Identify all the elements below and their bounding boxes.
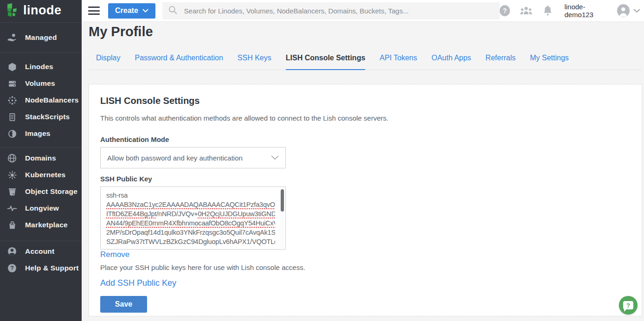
- chevron-down-icon: [142, 9, 148, 13]
- lish-settings-panel: LISH Console Settings This controls what…: [89, 84, 642, 316]
- tab-api-tokens[interactable]: API Tokens: [380, 51, 417, 70]
- longview-icon: [7, 203, 17, 213]
- sidebar-item-marketplace[interactable]: Marketplace: [0, 217, 82, 233]
- ssh-key-line: AAAAB3NzaC1yc2EAAAADAQABAAACAQCit1Pzfa3q…: [106, 200, 275, 209]
- ssh-key-line: SZJRaPw37tTWVLzBZkGzC94DgluopLv6hAPX1/VQ…: [106, 237, 275, 246]
- sidebar-item-label: Linodes: [25, 63, 53, 71]
- help-icon: ?: [7, 263, 17, 273]
- tab-lish-console-settings[interactable]: LISH Console Settings: [286, 51, 366, 70]
- search-bar: [162, 2, 500, 19]
- textarea-scrollbar[interactable]: [280, 188, 284, 248]
- menu-icon[interactable]: [88, 6, 100, 15]
- object-storage-icon: [7, 186, 17, 197]
- sidebar-item-label: Help & Support: [25, 264, 79, 272]
- sidebar-item-account[interactable]: Account: [0, 243, 82, 260]
- sidebar: linode Managed Linodes Volumes Node: [0, 0, 82, 321]
- help-topbar-icon[interactable]: ?: [500, 5, 510, 16]
- tab-ssh-keys[interactable]: SSH Keys: [238, 51, 271, 70]
- select-chevron-icon: [271, 155, 279, 160]
- authentication-mode-label: Authentication Mode: [100, 135, 631, 143]
- images-icon: [7, 128, 17, 139]
- sidebar-item-label: Volumes: [25, 79, 55, 88]
- tab-my-settings[interactable]: My Settings: [530, 51, 569, 70]
- managed-icon: [7, 32, 17, 43]
- topbar-right: ? linode-demo123: [500, 3, 640, 19]
- ssh-key-line: AN44/9pEhEE0rnmR4XfbhnmocaafObO8cOgqY54H…: [106, 218, 275, 228]
- sidebar-item-label: Images: [25, 129, 51, 138]
- domains-icon: [7, 153, 17, 163]
- page-title: My Profile: [89, 24, 153, 39]
- ssh-key-line: ssh-rsa: [106, 191, 275, 200]
- user-menu-chevron-icon[interactable]: [633, 9, 640, 13]
- sidebar-item-kubernetes[interactable]: Kubernetes: [0, 167, 82, 183]
- sidebar-item-label: Managed: [25, 33, 57, 42]
- sidebar-item-label: Kubernetes: [25, 171, 65, 179]
- search-input[interactable]: [184, 7, 494, 15]
- linode-logo[interactable]: linode: [0, 0, 82, 22]
- community-icon[interactable]: [519, 5, 533, 16]
- sidebar-item-object-storage[interactable]: Object Storage: [0, 183, 82, 200]
- svg-text:?: ?: [10, 265, 13, 271]
- sidebar-item-label: StackScripts: [25, 113, 70, 121]
- sidebar-item-managed[interactable]: Managed: [0, 29, 82, 46]
- create-button-label: Create: [115, 6, 138, 15]
- marketplace-icon: [7, 220, 17, 230]
- sidebar-item-label: Domains: [25, 154, 56, 162]
- profile-tabs: Display Password & Authentication SSH Ke…: [89, 51, 642, 70]
- tab-oauth-apps[interactable]: OAuth Apps: [431, 51, 471, 70]
- logo-wordmark: linode: [23, 4, 62, 19]
- stackscripts-icon: [7, 112, 17, 122]
- ssh-public-key-label: SSH Public Key: [100, 175, 631, 183]
- sidebar-item-domains[interactable]: Domains: [0, 150, 82, 167]
- sidebar-item-images[interactable]: Images: [0, 125, 82, 142]
- topbar: Create ? linode-demo123: [82, 0, 644, 22]
- add-ssh-public-key-link[interactable]: Add SSH Public Key: [100, 278, 176, 288]
- ssh-key-help-text: Place your SSH public keys here for use …: [100, 263, 631, 271]
- notifications-bell-icon[interactable]: [542, 5, 553, 17]
- tab-display[interactable]: Display: [96, 51, 120, 70]
- sidebar-item-volumes[interactable]: Volumes: [0, 75, 82, 92]
- help-fab-glyph: ?: [626, 302, 630, 309]
- sidebar-group-managed: Managed: [0, 22, 82, 52]
- sidebar-group-compute: Linodes Volumes NodeBalancers StackScrip…: [0, 52, 82, 148]
- ssh-public-key-textarea[interactable]: ssh-rsaAAAAB3NzaC1yc2EAAAADAQABAAACAQCit…: [100, 186, 286, 250]
- username[interactable]: linode-demo123: [564, 3, 612, 19]
- help-chat-bubble-icon: ?: [623, 301, 633, 309]
- sidebar-group-services: Domains Kubernetes Object Storage Longvi…: [0, 148, 82, 241]
- tab-password-authentication[interactable]: Password & Authentication: [135, 51, 223, 70]
- sidebar-item-label: NodeBalancers: [25, 96, 78, 104]
- kubernetes-icon: [7, 170, 17, 180]
- panel-title: LISH Console Settings: [100, 96, 631, 106]
- ssh-key-line: 2MP/sDrOpaqf14d1qulko3YNkFrzqsgc3o5Quil7…: [106, 228, 275, 237]
- create-button[interactable]: Create: [108, 3, 155, 19]
- textarea-scrollbar-thumb[interactable]: [281, 189, 284, 212]
- sidebar-item-linodes[interactable]: Linodes: [0, 58, 82, 75]
- remove-key-link[interactable]: Remove: [100, 250, 129, 259]
- nodebalancers-icon: [7, 95, 17, 105]
- sidebar-item-stackscripts[interactable]: StackScripts: [0, 109, 82, 125]
- volumes-icon: [7, 78, 17, 89]
- sidebar-item-label: Account: [25, 247, 54, 256]
- save-button[interactable]: Save: [100, 296, 147, 313]
- authentication-mode-value: Allow both password and key authenticati…: [107, 154, 271, 162]
- help-fab-button[interactable]: ?: [619, 296, 638, 315]
- tab-referrals[interactable]: Referrals: [485, 51, 515, 70]
- sidebar-item-nodebalancers[interactable]: NodeBalancers: [0, 92, 82, 109]
- authentication-mode-select[interactable]: Allow both password and key authenticati…: [100, 147, 286, 168]
- sidebar-group-account: Account ? Help & Support: [0, 241, 82, 278]
- sidebar-item-help-support[interactable]: ? Help & Support: [0, 260, 82, 276]
- help-glyph: ?: [503, 7, 507, 14]
- sidebar-item-label: Object Storage: [25, 187, 77, 196]
- panel-description: This controls what authentication method…: [100, 114, 631, 122]
- search-icon: [168, 5, 178, 17]
- account-icon: [7, 246, 17, 257]
- linode-logo-icon: [6, 3, 19, 19]
- ssh-key-line: ITftD6ZE44BgJpt/nNRD/JVQv+0H2QcjUJDGUpuw…: [106, 209, 275, 218]
- sidebar-item-label: Marketplace: [25, 221, 68, 229]
- sidebar-item-longview[interactable]: Longview: [0, 200, 82, 217]
- sidebar-item-label: Longview: [25, 204, 59, 212]
- linode-icon: [7, 62, 17, 72]
- avatar[interactable]: [617, 4, 630, 17]
